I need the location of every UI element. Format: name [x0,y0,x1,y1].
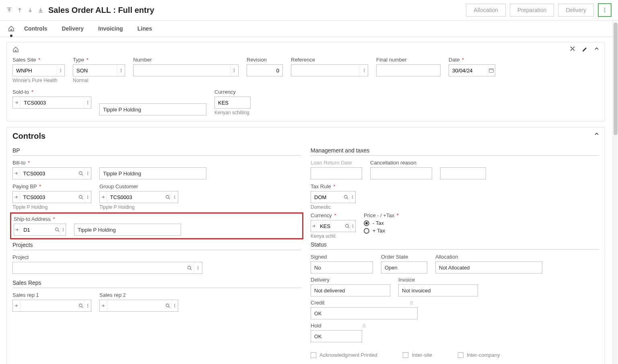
bill-to-input[interactable] [12,167,91,179]
kebab-icon[interactable] [84,97,91,108]
search-icon[interactable] [78,191,84,203]
svg-point-9 [234,69,235,70]
arrow-right-icon[interactable] [13,97,21,108]
arrow-right-icon[interactable] [13,168,20,179]
final-number-input[interactable] [376,64,441,76]
collapse-icon[interactable] [593,45,600,52]
ack-printed-checkbox[interactable]: Acknowledgment Printed [311,352,377,358]
svg-point-3 [60,69,61,70]
credit-value: OK [311,307,418,319]
svg-point-22 [88,174,89,175]
price-tax-minus-radio[interactable]: - Tax [364,220,424,226]
kebab-icon[interactable] [171,300,178,311]
svg-point-46 [175,306,175,307]
kebab-icon[interactable] [117,65,125,76]
loan-return-input[interactable] [311,167,362,179]
tab-invoicing[interactable]: Invoicing [98,21,123,37]
sales-rep-1-input[interactable] [12,300,91,312]
number-input[interactable] [133,64,239,76]
svg-point-43 [166,304,169,306]
tab-controls[interactable]: Controls [24,21,47,37]
kebab-icon[interactable] [57,65,64,76]
sold-to-input[interactable] [12,97,91,109]
kebab-icon[interactable] [84,300,91,311]
home-icon[interactable] [12,46,19,53]
invoice-status-label: Invoice [398,277,478,283]
kebab-icon[interactable] [84,168,91,179]
kebab-icon[interactable] [60,224,66,235]
arrow-right-icon[interactable] [14,224,20,235]
svg-point-54 [352,227,353,228]
ship-to-label: Ship-to Address * [14,216,66,222]
ctrl-currency-helper: Kenya schil. [311,233,356,239]
tab-home[interactable] [6,21,16,37]
kebab-icon[interactable] [171,191,178,203]
price-tax-plus-radio[interactable]: + Tax [364,228,424,234]
more-actions-button[interactable] [598,3,612,17]
edit-icon[interactable] [581,45,588,52]
calendar-icon[interactable] [488,65,495,76]
search-icon[interactable] [54,224,60,235]
search-icon[interactable] [343,191,349,203]
inter-site-checkbox[interactable]: Inter-site [403,352,432,358]
delivery-button[interactable]: Delivery [558,4,594,16]
tools-icon[interactable] [569,45,576,52]
svg-point-44 [175,304,175,305]
ship-to-input[interactable] [14,224,66,236]
kebab-icon[interactable] [230,65,238,76]
tax-rule-input[interactable] [311,191,356,203]
sales-rep-2-input[interactable] [99,300,178,312]
allocation-button[interactable]: Allocation [466,4,506,16]
arrow-down-last-icon[interactable] [38,7,43,13]
preparation-button[interactable]: Preparation [510,4,554,16]
header-nav-icons [6,7,43,13]
controls-title: Controls [12,132,599,141]
search-icon[interactable] [165,191,171,203]
search-icon[interactable] [78,300,84,311]
svg-point-24 [88,195,89,196]
inter-company-checkbox[interactable]: Inter-company [458,352,500,358]
tab-delivery[interactable]: Delivery [62,21,84,37]
revision-input[interactable] [247,64,283,76]
lock-icon [362,323,367,328]
tab-lines[interactable]: Lines [138,21,152,37]
kebab-icon[interactable] [84,191,91,203]
date-input[interactable] [449,64,495,76]
cancel-reason-input[interactable] [370,167,432,179]
search-icon[interactable] [165,300,171,311]
currency-input[interactable] [214,97,251,109]
svg-point-38 [198,269,199,269]
vertical-scrollbar[interactable] [612,22,618,364]
kebab-icon[interactable] [350,220,355,232]
group-customer-input[interactable] [99,191,178,203]
kebab-icon[interactable] [360,65,368,76]
search-icon[interactable] [186,262,194,274]
ctrl-currency-input[interactable] [311,220,356,232]
page-title: Sales Order ALL : Full entry [48,6,466,15]
search-icon[interactable] [345,220,350,232]
arrow-right-icon[interactable] [311,220,317,232]
cancel-reason-extra[interactable] [440,167,486,179]
arrow-down-icon[interactable] [27,7,33,13]
search-icon[interactable] [78,168,84,179]
arrow-right-icon[interactable] [100,300,107,311]
arrow-up-first-icon[interactable] [6,7,12,13]
delivery-status-label: Delivery [311,277,390,283]
svg-point-25 [88,197,89,197]
kebab-icon[interactable] [349,191,355,203]
arrow-right-icon[interactable] [100,191,107,203]
svg-point-8 [121,71,122,72]
project-input[interactable] [12,262,202,274]
reference-input[interactable] [291,64,368,76]
type-input[interactable] [73,64,125,76]
arrow-up-icon[interactable] [17,7,23,13]
hold-label: Hold [311,323,362,329]
sales-site-input[interactable] [12,64,65,76]
kebab-icon[interactable] [194,262,202,274]
svg-point-18 [87,103,88,104]
arrow-right-icon[interactable] [13,300,20,311]
tax-rule-helper: Domestic [311,204,356,210]
paying-bp-input[interactable] [12,191,91,203]
arrow-right-icon[interactable] [13,191,20,203]
collapse-icon[interactable] [593,131,600,137]
